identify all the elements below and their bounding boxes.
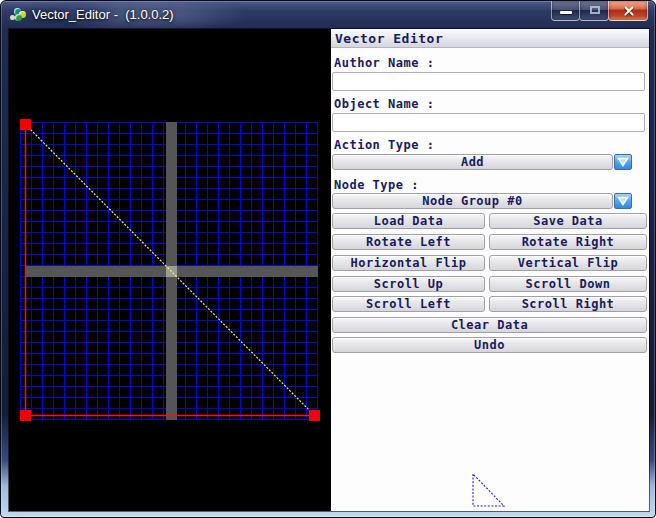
panel-title: Vector Editor (331, 29, 649, 48)
maximize-button[interactable] (579, 1, 609, 21)
object-name-input[interactable] (332, 113, 645, 132)
chevron-down-icon (617, 196, 629, 206)
scroll-up-button[interactable]: Scroll Up (332, 276, 485, 292)
caption-buttons (552, 1, 648, 21)
author-name-input[interactable] (332, 72, 645, 91)
window-title: Vector_Editor - (1.0.0.2) (32, 7, 174, 22)
app-window: Vector_Editor - (1.0.0.2) (0, 0, 656, 518)
control-panel: Vector Editor Author Name : Object Name … (331, 29, 649, 511)
scroll-right-button[interactable]: Scroll Right (489, 296, 647, 312)
maximize-icon (590, 6, 600, 14)
object-name-label: Object Name : (334, 97, 434, 111)
vertical-flip-button[interactable]: Vertical Flip (489, 255, 647, 271)
action-type-dropdown-arrow[interactable] (614, 154, 632, 170)
edge-diagonal (26, 125, 315, 416)
rotate-left-button[interactable]: Rotate Left (332, 234, 485, 250)
app-icon (10, 7, 27, 24)
author-name-label: Author Name : (334, 56, 434, 70)
minimize-icon (560, 11, 572, 14)
cursor-triangle-icon (469, 470, 509, 510)
node-top-left (20, 119, 31, 130)
rotate-right-button[interactable]: Rotate Right (489, 234, 647, 250)
node-type-label: Node Type : (334, 178, 419, 192)
load-data-button[interactable]: Load Data (332, 213, 485, 229)
vector-canvas[interactable] (9, 29, 331, 511)
node-bottom-right (309, 410, 320, 421)
close-icon (623, 10, 635, 12)
node-type-dropdown[interactable]: Node Group #0 (332, 193, 613, 209)
undo-button[interactable]: Undo (332, 337, 647, 353)
minimize-button[interactable] (551, 1, 580, 21)
scroll-down-button[interactable]: Scroll Down (489, 276, 647, 292)
title-bar[interactable]: Vector_Editor - (1.0.0.2) (1, 1, 656, 29)
scroll-left-button[interactable]: Scroll Left (332, 296, 485, 312)
clear-data-button[interactable]: Clear Data (332, 317, 647, 333)
node-bottom-left (20, 410, 31, 421)
save-data-button[interactable]: Save Data (489, 213, 647, 229)
horizontal-flip-button[interactable]: Horizontal Flip (332, 255, 485, 271)
client-area: Vector Editor Author Name : Object Name … (9, 29, 649, 511)
chevron-down-icon (617, 157, 629, 167)
close-button[interactable] (608, 1, 648, 21)
node-type-dropdown-arrow[interactable] (614, 193, 632, 209)
action-type-label: Action Type : (334, 138, 434, 152)
vector-shape-overlay (9, 29, 331, 511)
action-type-dropdown[interactable]: Add (332, 154, 613, 170)
